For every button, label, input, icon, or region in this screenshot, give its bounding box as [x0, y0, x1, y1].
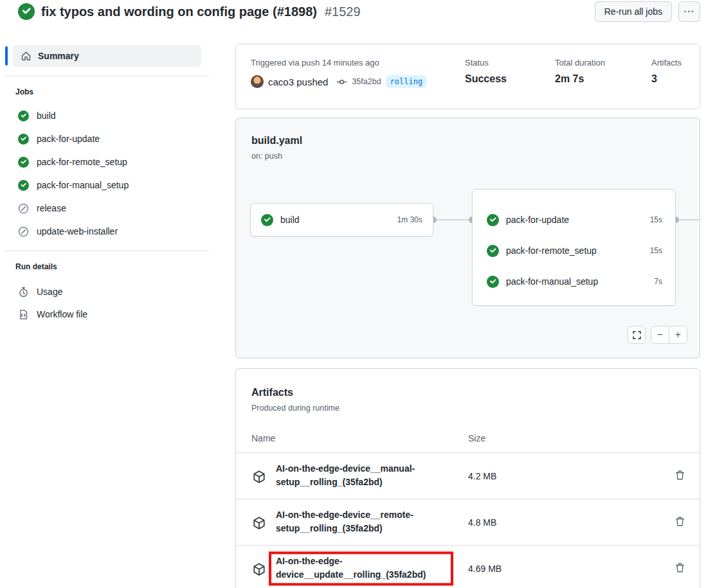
artifacts-title: Artifacts [251, 387, 293, 398]
run-detail-label: Workflow file [37, 309, 87, 319]
sidebar-job-pack-for-update[interactable]: pack-for-update [18, 131, 100, 147]
trash-icon[interactable] [674, 562, 685, 573]
sidebar-job-update-web-installer[interactable]: update-web-installer [18, 224, 118, 239]
actor-name[interactable]: caco3 [268, 76, 294, 87]
artifact-size: 4.69 MB [468, 564, 502, 574]
commit-sha[interactable]: 35fa2bd [352, 77, 381, 86]
package-icon [252, 562, 266, 576]
jobs-section-label: Jobs [15, 87, 33, 96]
sidebar-divider [5, 251, 209, 251]
artifact-name-link[interactable]: AI-on-the-edge-device__remote-setup__rol… [276, 508, 451, 536]
check-circle-icon [18, 134, 29, 145]
graph-node-pack-for-update[interactable]: pack-for-update 15s [473, 204, 676, 235]
column-header-size: Size [468, 433, 485, 443]
stopwatch-icon [18, 287, 29, 298]
artifact-name-link[interactable]: AI-on-the-edge-device__manual-setup__rol… [276, 462, 451, 490]
check-circle-icon [487, 276, 499, 288]
artifacts-value: 3 [651, 73, 682, 85]
node-label: pack-for-remote_setup [506, 245, 597, 256]
code-file-icon [18, 309, 29, 320]
sidebar-item-summary[interactable]: Summary [13, 45, 201, 67]
zoom-in-button[interactable]: + [669, 326, 687, 343]
status-label: Status [465, 58, 507, 67]
graph-controls: − + [628, 326, 687, 344]
duration-label: Total duration [555, 58, 605, 67]
main-content: Triggered via push 14 minutes ago caco3 … [235, 0, 700, 588]
package-icon [252, 470, 266, 484]
sidebar-divider [5, 76, 209, 76]
node-label: pack-for-manual_setup [506, 276, 598, 287]
skip-circle-icon [18, 203, 29, 214]
graph-edge [433, 219, 473, 220]
graph-node-build[interactable]: build 1m 30s [250, 203, 433, 236]
column-header-name: Name [251, 433, 275, 443]
check-circle-icon [487, 245, 499, 257]
check-circle-icon [18, 180, 29, 191]
active-indicator-bar [5, 46, 8, 66]
check-circle-icon [487, 214, 499, 226]
node-duration: 15s [650, 246, 662, 255]
workflow-file-name: build.yaml [251, 135, 302, 147]
sidebar-job-build[interactable]: build [18, 108, 56, 123]
sidebar-job-pack-for-remote-setup[interactable]: pack-for-remote_setup [18, 154, 127, 170]
check-circle-icon [18, 111, 29, 121]
artifact-size: 4.2 MB [468, 471, 496, 481]
run-summary-card: Triggered via push 14 minutes ago caco3 … [235, 44, 700, 109]
check-circle-icon [261, 214, 273, 226]
run-detail-label: Usage [37, 287, 62, 297]
sidebar-job-release[interactable]: release [18, 200, 66, 216]
artifacts-card: Artifacts Produced during runtime Name S… [235, 368, 700, 588]
duration-value: 2m 7s [555, 73, 605, 85]
summary-label: Summary [38, 51, 79, 61]
node-duration: 7s [654, 277, 662, 286]
zoom-out-button[interactable]: − [651, 326, 669, 343]
job-label: update-web-installer [37, 226, 118, 236]
trash-icon[interactable] [674, 470, 685, 481]
artifact-row: AI-on-the-edge-device__manual-setup__rol… [236, 452, 701, 499]
artifacts-label: Artifacts [651, 58, 682, 67]
workflow-graph-card: build.yaml on: push build 1m 30s pack-fo… [235, 118, 700, 359]
trigger-info: Triggered via push 14 minutes ago [251, 58, 379, 67]
branch-badge[interactable]: rolling [386, 75, 428, 88]
graph-edge [676, 219, 700, 220]
artifacts-count-column: Artifacts 3 [651, 58, 682, 85]
job-label: release [37, 203, 66, 213]
status-value: Success [465, 73, 507, 85]
sidebar-job-pack-for-manual-setup[interactable]: pack-for-manual_setup [18, 177, 129, 193]
job-label: pack-for-update [37, 134, 100, 144]
artifact-name-link-highlighted[interactable]: AI-on-the-edge-device__update__rolling_(… [269, 551, 453, 585]
sidebar-item-workflow-file[interactable]: Workflow file [18, 307, 87, 322]
avatar[interactable] [251, 75, 264, 88]
node-label: pack-for-update [506, 215, 569, 225]
artifacts-subtitle: Produced during runtime [251, 404, 339, 413]
graph-node-pack-for-manual-setup[interactable]: pack-for-manual_setup 7s [473, 266, 676, 297]
package-icon [252, 516, 266, 530]
node-label: build [280, 215, 300, 225]
sidebar-item-usage[interactable]: Usage [18, 284, 62, 299]
node-duration: 1m 30s [397, 215, 422, 224]
home-icon [21, 51, 32, 62]
artifact-row: AI-on-the-edge-device__update__rolling_(… [236, 545, 701, 588]
run-details-section-label: Run details [15, 262, 57, 271]
artifacts-table-header: Name Size [236, 433, 701, 452]
success-check-icon [18, 3, 35, 20]
skip-circle-icon [18, 226, 29, 237]
status-column: Status Success [465, 58, 507, 85]
graph-node-pack-for-remote-setup[interactable]: pack-for-remote_setup 15s [473, 235, 676, 266]
node-duration: 15s [650, 215, 662, 224]
trash-icon[interactable] [674, 516, 685, 527]
fullscreen-icon[interactable] [628, 326, 646, 344]
duration-column: Total duration 2m 7s [555, 58, 605, 85]
workflow-trigger: on: push [251, 152, 282, 161]
graph-node-group: pack-for-update 15s pack-for-remote_setu… [472, 189, 676, 306]
job-label: build [37, 111, 56, 121]
commit-icon [336, 76, 347, 87]
job-label: pack-for-manual_setup [37, 180, 129, 190]
check-circle-icon [18, 157, 29, 168]
actor-action: caco3 pushed [268, 76, 328, 87]
action-text: pushed [296, 76, 328, 87]
artifact-row: AI-on-the-edge-device__remote-setup__rol… [236, 499, 701, 545]
job-label: pack-for-remote_setup [37, 157, 127, 167]
artifact-size: 4.8 MB [468, 517, 496, 528]
